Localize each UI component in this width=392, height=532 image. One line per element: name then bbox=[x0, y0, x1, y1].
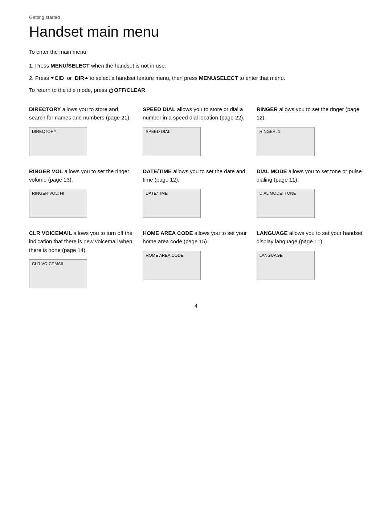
step-2-number: 2. bbox=[29, 75, 34, 81]
menu-item-date-time-desc: DATE/TIME allows you to set the date and… bbox=[143, 167, 249, 184]
dir-arrow-up-icon bbox=[85, 77, 88, 79]
menu-item-ringer-desc: RINGER allows you to set the ringer (pag… bbox=[257, 105, 363, 122]
menu-item-ringer-screen-label: RINGER: 1 bbox=[260, 129, 281, 134]
step-2-menu-select: MENU/SELECT bbox=[199, 75, 238, 81]
menu-item-home-area-code-screen: HOME AREA CODE bbox=[143, 251, 201, 280]
menu-item-directory-screen: DIRECTORY bbox=[29, 127, 87, 156]
menu-item-ringer: RINGER allows you to set the ringer (pag… bbox=[257, 105, 363, 156]
menu-item-dial-mode-screen-label: DIAL MODE: TONE bbox=[260, 191, 296, 195]
menu-item-clr-voicemail-screen: CLR VOICEMAIL bbox=[29, 259, 87, 288]
menu-item-clr-voicemail-screen-label: CLR VOICEMAIL bbox=[32, 261, 64, 266]
return-text: To return to the idle mode, press OFF/CL… bbox=[29, 86, 363, 94]
menu-item-speed-dial: SPEED DIAL allows you to store or dial a… bbox=[143, 105, 249, 156]
menu-item-directory-desc: DIRECTORY allows you to store and search… bbox=[29, 105, 135, 122]
menu-item-speed-dial-title: SPEED DIAL bbox=[143, 106, 175, 112]
step-1: 1. Press MENU/SELECT when the handset is… bbox=[36, 61, 363, 70]
menu-item-dial-mode-title: DIAL MODE bbox=[257, 168, 287, 174]
page-title: Handset main menu bbox=[29, 24, 363, 40]
menu-item-dial-mode-desc: DIAL MODE allows you to set tone or puls… bbox=[257, 167, 363, 184]
menu-item-date-time: DATE/TIME allows you to set the date and… bbox=[143, 167, 249, 218]
page-number: 4 bbox=[29, 303, 363, 309]
menu-item-directory-screen-label: DIRECTORY bbox=[32, 129, 56, 134]
menu-item-directory-title: DIRECTORY bbox=[29, 106, 61, 112]
menu-item-ringer-vol-screen: RINGER VOL: HI bbox=[29, 189, 87, 218]
menu-item-clr-voicemail-title: CLR VOICEMAIL bbox=[29, 230, 72, 236]
dir-label: DIR bbox=[75, 75, 84, 81]
cid-arrow-down-icon bbox=[50, 77, 54, 79]
menu-item-home-area-code-screen-label: HOME AREA CODE bbox=[146, 253, 183, 257]
step-1-bold: MENU/SELECT bbox=[50, 62, 90, 69]
cid-label: CID bbox=[54, 75, 64, 81]
intro-text: To enter the main menu: bbox=[29, 48, 363, 56]
menu-item-ringer-screen: RINGER: 1 bbox=[257, 127, 315, 156]
menu-item-ringer-vol-desc: RINGER VOL allows you to set the ringer … bbox=[29, 167, 135, 184]
menu-item-directory: DIRECTORY allows you to store and search… bbox=[29, 105, 135, 156]
menu-item-speed-dial-screen-label: SPEED DIAL bbox=[146, 129, 170, 134]
menu-item-clr-voicemail: CLR VOICEMAIL allows you to turn off the… bbox=[29, 229, 135, 288]
menu-item-home-area-code-desc: HOME AREA CODE allows you to set your ho… bbox=[143, 229, 249, 246]
menu-item-speed-dial-desc: SPEED DIAL allows you to store or dial a… bbox=[143, 105, 249, 122]
menu-item-home-area-code-title: HOME AREA CODE bbox=[143, 230, 193, 236]
menu-item-language-desc: LANGUAGE allows you to set your handset … bbox=[257, 229, 363, 246]
menu-item-ringer-title: RINGER bbox=[257, 106, 278, 112]
step-1-number: 1. bbox=[29, 62, 34, 69]
menu-item-ringer-vol: RINGER VOL allows you to set the ringer … bbox=[29, 167, 135, 218]
menu-item-date-time-title: DATE/TIME bbox=[143, 168, 172, 174]
step-2: 2. Press CID or DIR to select a handset … bbox=[36, 74, 363, 82]
menu-item-language-title: LANGUAGE bbox=[257, 230, 288, 236]
menu-item-language: LANGUAGE allows you to set your handset … bbox=[257, 229, 363, 288]
menu-item-ringer-vol-title: RINGER VOL bbox=[29, 168, 63, 174]
menu-item-ringer-vol-screen-label: RINGER VOL: HI bbox=[32, 191, 64, 195]
section-label: Getting started bbox=[29, 15, 363, 20]
off-label: OFF/CLEAR bbox=[114, 87, 145, 93]
menu-item-dial-mode: DIAL MODE allows you to set tone or puls… bbox=[257, 167, 363, 218]
menu-item-date-time-screen: DATE/TIME bbox=[143, 189, 201, 218]
menu-item-clr-voicemail-desc: CLR VOICEMAIL allows you to turn off the… bbox=[29, 229, 135, 254]
menu-grid: DIRECTORY allows you to store and search… bbox=[29, 105, 363, 288]
menu-item-dial-mode-screen: DIAL MODE: TONE bbox=[257, 189, 315, 218]
menu-item-home-area-code: HOME AREA CODE allows you to set your ho… bbox=[143, 229, 249, 288]
menu-item-language-screen-label: LANGUAGE bbox=[260, 253, 283, 257]
off-icon bbox=[109, 88, 114, 93]
menu-item-speed-dial-screen: SPEED DIAL bbox=[143, 127, 201, 156]
menu-item-date-time-screen-label: DATE/TIME bbox=[146, 191, 167, 195]
menu-item-language-screen: LANGUAGE bbox=[257, 251, 315, 280]
